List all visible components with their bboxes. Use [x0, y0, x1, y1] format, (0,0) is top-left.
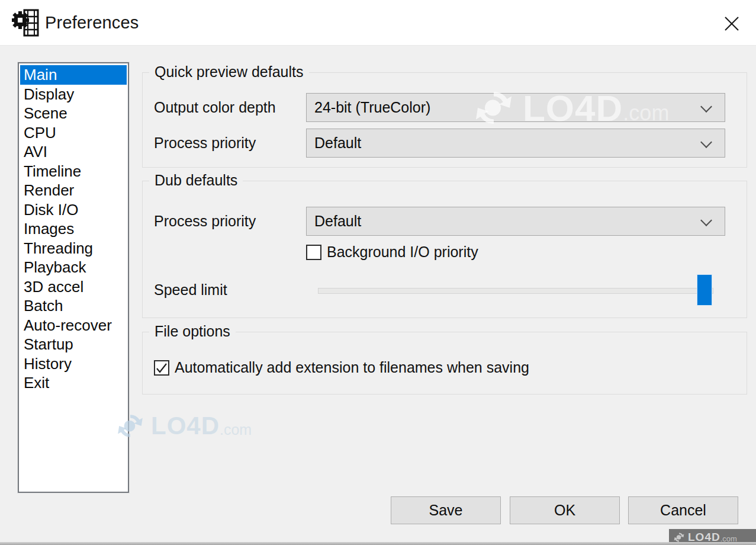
qp-process-priority-value: Default	[314, 134, 361, 152]
sidebar-item-batch[interactable]: Batch	[20, 296, 127, 316]
sidebar-item-display[interactable]: Display	[20, 85, 127, 104]
dub-process-priority-label: Process priority	[154, 213, 256, 230]
group-title: Dub defaults	[149, 172, 243, 189]
lo4d-logo-icon	[673, 531, 686, 543]
output-color-depth-dropdown[interactable]: 24-bit (TrueColor)	[306, 93, 725, 122]
output-color-depth-value: 24-bit (TrueColor)	[314, 99, 430, 116]
output-color-depth-label: Output color depth	[154, 99, 276, 116]
sidebar-item-main[interactable]: Main	[20, 65, 127, 85]
auto-extension-label: Automatically add extension to filenames…	[175, 359, 529, 376]
watermark-suffix: .com	[220, 421, 252, 438]
dub-process-priority-value: Default	[314, 213, 361, 230]
window-bottom-edge	[0, 542, 756, 545]
window-title: Preferences	[45, 0, 139, 46]
qp-process-priority-label: Process priority	[154, 134, 256, 152]
group-title: Quick preview defaults	[149, 63, 309, 81]
speed-limit-slider-thumb[interactable]	[697, 274, 712, 306]
qp-process-priority-dropdown[interactable]: Default	[306, 129, 725, 158]
auto-extension-checkbox[interactable]	[154, 360, 169, 376]
background-io-checkbox-row[interactable]: Background I/O priority	[306, 243, 478, 261]
watermark-lower-left: LO4D .com	[114, 411, 252, 441]
sidebar-item-threading[interactable]: Threading	[20, 239, 127, 258]
background-io-checkbox[interactable]	[306, 245, 321, 260]
sidebar-item-3d-accel[interactable]: 3D accel	[20, 277, 127, 297]
sidebar-item-startup[interactable]: Startup	[20, 335, 127, 354]
sidebar-item-scene[interactable]: Scene	[20, 104, 127, 123]
close-icon	[724, 16, 739, 31]
sidebar-item-exit[interactable]: Exit	[20, 373, 127, 393]
close-button[interactable]	[719, 12, 745, 36]
category-list: Main Display Scene CPU AVI Timeline Rend…	[18, 62, 129, 493]
preferences-dialog: Preferences Main Display Scene CPU AVI T…	[0, 0, 756, 545]
sidebar-item-cpu[interactable]: CPU	[20, 123, 127, 143]
sidebar-item-images[interactable]: Images	[20, 219, 127, 239]
cancel-button[interactable]: Cancel	[628, 496, 738, 524]
sidebar-item-timeline[interactable]: Timeline	[20, 162, 127, 181]
auto-extension-checkbox-row[interactable]: Automatically add extension to filenames…	[154, 359, 529, 376]
save-button-label: Save	[429, 502, 463, 519]
watermark-brand: LO4D	[151, 412, 220, 440]
title-bar: Preferences	[0, 0, 756, 46]
cancel-button-label: Cancel	[660, 502, 706, 519]
dub-process-priority-dropdown[interactable]: Default	[306, 207, 725, 236]
speed-limit-slider-track[interactable]	[318, 288, 713, 294]
chevron-down-icon	[700, 136, 712, 148]
sidebar-item-avi[interactable]: AVI	[20, 142, 127, 162]
speed-limit-label: Speed limit	[154, 281, 227, 299]
group-title: File options	[149, 323, 236, 340]
ok-button-label: OK	[554, 502, 575, 519]
preferences-gear-filmstrip-icon	[12, 8, 40, 37]
save-button[interactable]: Save	[391, 496, 501, 524]
background-io-label: Background I/O priority	[327, 243, 478, 261]
check-icon	[155, 361, 168, 374]
sidebar-item-disk-io[interactable]: Disk I/O	[20, 200, 127, 220]
ok-button[interactable]: OK	[510, 496, 620, 524]
sidebar-item-render[interactable]: Render	[20, 181, 127, 200]
sidebar-item-auto-recover[interactable]: Auto-recover	[20, 316, 127, 335]
sidebar-item-playback[interactable]: Playback	[20, 258, 127, 277]
chevron-down-icon	[700, 101, 712, 113]
sidebar-item-history[interactable]: History	[20, 354, 127, 374]
chevron-down-icon	[700, 214, 712, 226]
